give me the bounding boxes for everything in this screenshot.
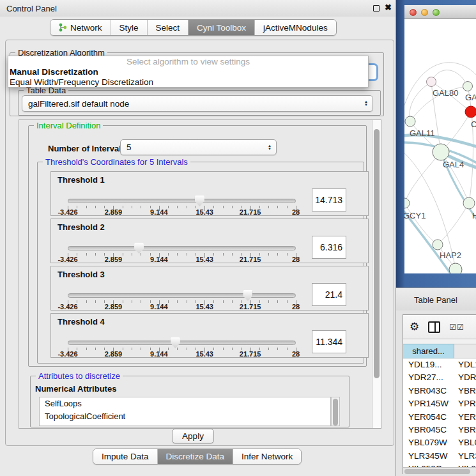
- slider-tick-label: 21.715: [240, 256, 261, 263]
- threshold-slider[interactable]: [68, 199, 296, 203]
- slider-thumb-icon[interactable]: [243, 290, 252, 301]
- zoom-window-icon[interactable]: [433, 9, 440, 16]
- attributes-list-scrollbar[interactable]: [331, 397, 340, 426]
- slider-tick-label: -3.426: [58, 303, 77, 311]
- tab-discretize-data[interactable]: Discretize Data: [158, 449, 234, 464]
- dropdown-option-manual-discretization[interactable]: Manual Discretization: [8, 67, 368, 77]
- dropdown-option-equal-width-frequency[interactable]: Equal Width/Frequency Discretization: [8, 77, 368, 88]
- slider-tick-label: 21.715: [240, 208, 261, 216]
- slider-tick-label: 2.859: [105, 208, 123, 216]
- interval-definition-group-title: Interval Definition: [34, 121, 103, 130]
- cell-shared-name: YBL079W: [403, 436, 454, 449]
- apply-button[interactable]: Apply: [172, 429, 214, 443]
- cell-name: YDL1: [454, 358, 476, 371]
- cell-shared-name: YLR345W: [403, 450, 454, 463]
- slider-tick-label: 15.43: [196, 256, 213, 263]
- network-node-label: GAL4: [443, 160, 464, 169]
- settings-scroll-area: Interval Definition Number of Intervals …: [19, 119, 381, 429]
- tab-network[interactable]: Network: [50, 20, 111, 35]
- table-row[interactable]: YPR145WYPR1: [403, 397, 476, 410]
- node-table-header: shared... n: [403, 344, 476, 358]
- threshold-slider[interactable]: [68, 293, 296, 298]
- minimize-window-icon[interactable]: [421, 9, 428, 16]
- threshold-slider[interactable]: [68, 246, 296, 250]
- network-canvas[interactable]: GAL80GACGAL11GAL4GCY1HHAP2: [404, 19, 476, 273]
- app-root: Control Panel ✖ Network Style Select: [0, 0, 476, 476]
- close-window-icon[interactable]: [410, 9, 417, 16]
- threshold-box: Threshold 2-3.4262.8599.14415.4321.71528…: [50, 219, 369, 263]
- combo-arrows-icon: ▲▼: [364, 100, 368, 107]
- settings-vertical-scrollbar[interactable]: [372, 120, 381, 428]
- network-node[interactable]: [465, 106, 476, 118]
- tab-jactivemnodules[interactable]: jActiveMNodules: [255, 20, 336, 35]
- table-horizontal-scrollbar-thumb[interactable]: [404, 469, 470, 474]
- close-panel-icon[interactable]: ✖: [385, 3, 392, 12]
- threshold-value-field[interactable]: 6.316: [312, 236, 346, 259]
- table-row[interactable]: YBR045CYBR0: [403, 424, 476, 436]
- slider-tick-label: 2.859: [105, 256, 123, 263]
- table-row[interactable]: YER054CYER0: [403, 411, 476, 424]
- slider-tick-label: 28: [292, 256, 300, 263]
- number-of-intervals-label: Number of Intervals: [48, 144, 126, 153]
- number-of-intervals-combobox[interactable]: 5 ▲▼: [120, 139, 277, 155]
- slider-tick-label: 15.43: [196, 350, 213, 358]
- cell-name: YPR1: [454, 397, 476, 410]
- cell-shared-name: YPR145W: [403, 397, 454, 410]
- node-table-rows: YDL19...YDL1YDR27...YDR2YBR043CYBR0YPR14…: [403, 358, 476, 467]
- tab-infer-network[interactable]: Infer Network: [233, 449, 301, 464]
- settings-scrollbar-thumb[interactable]: [374, 129, 380, 378]
- table-horizontal-scrollbar[interactable]: [403, 467, 476, 474]
- threshold-box: Threshold 1-3.4262.8599.14415.4321.71528…: [50, 171, 369, 216]
- list-item[interactable]: BetweennessCentrality: [40, 423, 330, 426]
- slider-tick-label: 2.859: [105, 350, 123, 358]
- threshold-value-field[interactable]: 21.4: [312, 283, 346, 306]
- column-header-shared-name[interactable]: shared...: [403, 344, 454, 358]
- slider-thumb-icon[interactable]: [195, 196, 204, 206]
- attributes-list-scrollbar-thumb[interactable]: [333, 399, 338, 426]
- network-node[interactable]: [433, 240, 443, 250]
- combo-arrows-icon: ▲▼: [268, 144, 272, 151]
- slider-tick-label: 28: [292, 350, 300, 358]
- tab-network-label: Network: [70, 23, 102, 33]
- cell-shared-name: YER054C: [403, 411, 454, 424]
- table-row[interactable]: YDL19...YDL1: [403, 358, 476, 371]
- list-item[interactable]: TopologicalCoefficient: [40, 410, 330, 423]
- column-header-name[interactable]: n: [454, 344, 476, 358]
- table-row[interactable]: YBR043CYBR0: [403, 385, 476, 397]
- table-panel-title: Table Panel: [414, 295, 457, 305]
- threshold-value-field[interactable]: 11.344: [312, 330, 346, 353]
- table-row[interactable]: YIL052CYIL0: [403, 463, 476, 467]
- network-node[interactable]: [433, 144, 449, 160]
- threshold-label: Threshold 4: [58, 317, 105, 326]
- slider-thumb-icon[interactable]: [134, 243, 144, 254]
- tab-impute-data[interactable]: Impute Data: [93, 449, 158, 464]
- table-row[interactable]: YBL079WYBL0: [403, 436, 476, 449]
- slider-tick-label: 28: [292, 303, 300, 311]
- threshold-value-field[interactable]: 14.713: [312, 188, 346, 211]
- tab-cyni-toolbox[interactable]: Cyni Toolbox: [188, 20, 255, 35]
- threshold-box: Threshold 3-3.4262.8599.14415.4321.71528…: [50, 266, 369, 311]
- table-row[interactable]: YDR27...YDR2: [403, 371, 476, 384]
- list-item[interactable]: SelfLoops: [40, 397, 330, 410]
- network-node[interactable]: [449, 263, 462, 273]
- threshold-slider[interactable]: [68, 341, 296, 345]
- tab-style[interactable]: Style: [111, 20, 148, 35]
- network-node[interactable]: [404, 198, 410, 208]
- network-nodes[interactable]: GAL80GACGAL11GAL4GCY1HHAP2: [404, 77, 476, 274]
- tab-select[interactable]: Select: [148, 20, 189, 35]
- table-data-combobox[interactable]: galFiltered.sif default node ▲▼: [22, 95, 373, 112]
- table-row[interactable]: YLR345WYLR3: [403, 450, 476, 463]
- float-panel-icon[interactable]: [373, 5, 380, 12]
- slider-scale: -3.4262.8599.14415.4321.71528: [68, 256, 296, 265]
- split-columns-icon[interactable]: [428, 321, 440, 333]
- network-node[interactable]: [463, 197, 475, 209]
- network-node[interactable]: [405, 116, 415, 127]
- network-node[interactable]: [463, 82, 473, 91]
- network-node[interactable]: [427, 77, 436, 87]
- attributes-group: Attributes to discretize Numerical Attri…: [30, 376, 349, 427]
- slider-thumb-icon[interactable]: [171, 337, 180, 348]
- slider-tick-label: -3.426: [58, 208, 77, 216]
- select-columns-icon[interactable]: ☑☑: [449, 323, 464, 332]
- tab-style-label: Style: [119, 23, 139, 33]
- gear-icon[interactable]: ⚙: [410, 320, 419, 334]
